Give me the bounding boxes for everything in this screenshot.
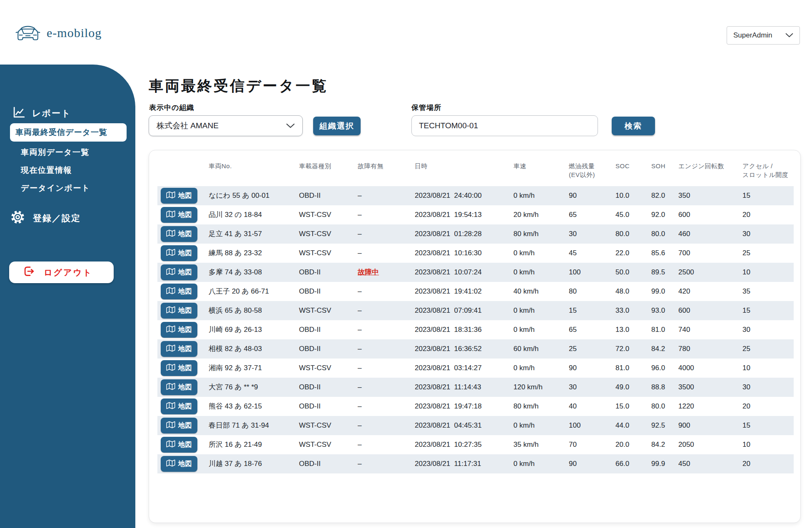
table-row: 地図 相模 82 あ 48-03 OBD-II – 2023/08/21 16:…: [157, 339, 794, 359]
datetime-cell: 2023/08/21 10:16:30: [415, 244, 513, 263]
speed-cell: 120 km/h: [513, 378, 569, 397]
account-role-value: SuperAdmin: [733, 31, 772, 40]
map-button[interactable]: 地図: [161, 188, 197, 204]
map-button-label: 地図: [178, 249, 192, 258]
device-type-cell: OBD-II: [299, 282, 358, 301]
fault-status: –: [358, 345, 361, 353]
map-icon: [166, 287, 175, 296]
sidebar-group-reports[interactable]: レポート: [12, 106, 71, 120]
map-icon: [166, 364, 175, 373]
soc-cell: 15.0: [615, 397, 651, 416]
map-icon: [166, 210, 175, 219]
map-icon: [166, 344, 175, 354]
accel-cell: 30: [742, 320, 794, 339]
map-button-label: 地図: [178, 421, 192, 430]
fuel-cell: 90: [569, 186, 615, 205]
map-button-label: 地図: [178, 306, 192, 315]
brand-name: e-mobilog: [47, 26, 102, 40]
fault-status: –: [358, 306, 361, 314]
account-role-select[interactable]: SuperAdmin: [727, 26, 800, 45]
table-row: 地図 熊谷 43 あ 62-15 OBD-II – 2023/08/21 19:…: [157, 397, 794, 416]
vehicle-no-cell: 品川 32 の 18-84: [209, 205, 299, 224]
fault-status: –: [358, 421, 361, 429]
datetime-cell: 2023/08/21 19:54:13: [415, 205, 513, 224]
soh-cell: 84.2: [651, 339, 678, 359]
accel-cell: 25: [742, 244, 794, 263]
org-select[interactable]: 株式会社 AMANE: [149, 115, 303, 136]
rpm-cell: 900: [678, 416, 742, 435]
device-type-cell: WST-CSV: [299, 359, 358, 378]
search-button[interactable]: 検索: [612, 117, 655, 135]
vehicle-no-cell: 川崎 69 あ 26-13: [209, 320, 299, 339]
sidebar-item-current-location[interactable]: 現在位置情報: [21, 165, 72, 176]
map-button[interactable]: 地図: [161, 264, 197, 280]
vehicle-no-cell: 湘南 92 あ 37-71: [209, 359, 299, 378]
table-row: 地図 練馬 88 あ 23-32 WST-CSV – 2023/08/21 10…: [157, 244, 794, 263]
sidebar-group-settings[interactable]: 登録／設定: [10, 209, 81, 227]
device-type-cell: WST-CSV: [299, 224, 358, 244]
header-fault: 故障有無: [358, 150, 415, 186]
map-button[interactable]: 地図: [161, 207, 197, 223]
datetime-cell: 2023/08/21 10:07:24: [415, 263, 513, 282]
speed-cell: 40 km/h: [513, 282, 569, 301]
device-type-cell: WST-CSV: [299, 301, 358, 320]
map-button-label: 地図: [178, 325, 192, 334]
soc-cell: 33.0: [615, 301, 651, 320]
fuel-cell: 100: [569, 263, 615, 282]
fault-status: –: [358, 211, 361, 219]
vehicle-no-cell: 川越 37 あ 18-76: [209, 454, 299, 473]
soh-cell: 81.0: [651, 320, 678, 339]
accel-cell: 10: [742, 263, 794, 282]
datetime-cell: 2023/08/21 01:28:28: [415, 224, 513, 244]
sidebar-item-data-import[interactable]: データインポート: [21, 183, 90, 194]
map-button-label: 地図: [178, 210, 192, 219]
map-button[interactable]: 地図: [161, 341, 197, 357]
org-select-button[interactable]: 組織選択: [313, 117, 361, 135]
fuel-cell: 15: [569, 301, 615, 320]
map-button[interactable]: 地図: [161, 379, 197, 395]
map-button[interactable]: 地図: [161, 284, 197, 299]
map-button[interactable]: 地図: [161, 398, 197, 414]
vehicle-no-cell: 足立 41 あ 31-57: [209, 224, 299, 244]
sidebar-item-vehicle-data-list[interactable]: 車両別データ一覧: [21, 147, 90, 158]
vehicle-no-cell: 大宮 76 あ ** *9: [209, 378, 299, 397]
header-map: [157, 150, 209, 186]
rpm-cell: 460: [678, 224, 742, 244]
accel-cell: 35: [742, 282, 794, 301]
vehicle-no-cell: 八王子 20 あ 66-71: [209, 282, 299, 301]
logout-button[interactable]: ログアウト: [9, 262, 114, 283]
map-button[interactable]: 地図: [161, 360, 197, 376]
accel-cell: 10: [742, 435, 794, 454]
map-button[interactable]: 地図: [161, 226, 197, 242]
rpm-cell: 1220: [678, 397, 742, 416]
fault-status: –: [358, 326, 361, 334]
car-logo-icon: [15, 22, 41, 43]
header-vehicle-no: 車両No.: [209, 150, 299, 186]
soh-cell: 84.2: [651, 435, 678, 454]
map-button-label: 地図: [178, 287, 192, 296]
map-button[interactable]: 地図: [161, 418, 197, 433]
fault-status: –: [358, 383, 361, 391]
app-logo: e-mobilog: [15, 22, 102, 43]
fuel-cell: 65: [569, 205, 615, 224]
soh-cell: 85.6: [651, 244, 678, 263]
map-button-label: 地図: [178, 191, 192, 200]
soc-cell: 80.0: [615, 224, 651, 244]
soh-cell: 92.0: [651, 205, 678, 224]
soh-cell: 99.9: [651, 454, 678, 473]
location-input[interactable]: [411, 115, 598, 136]
chevron-down-icon: [286, 121, 295, 130]
map-button[interactable]: 地図: [161, 322, 197, 338]
fuel-cell: 30: [569, 378, 615, 397]
soc-cell: 13.0: [615, 320, 651, 339]
speed-cell: 0 km/h: [513, 454, 569, 473]
logout-label: ログアウト: [44, 267, 92, 278]
header-speed: 車速: [513, 150, 569, 186]
map-button[interactable]: 地図: [161, 303, 197, 319]
map-button[interactable]: 地図: [161, 456, 197, 472]
table-row: 地図 川越 37 あ 18-76 OBD-II – 2023/08/21 11:…: [157, 454, 794, 473]
accel-cell: 15: [742, 301, 794, 320]
sidebar-item-vehicle-last-data[interactable]: 車両最終受信データ一覧: [10, 123, 127, 142]
map-button[interactable]: 地図: [161, 437, 197, 453]
map-button[interactable]: 地図: [161, 245, 197, 261]
